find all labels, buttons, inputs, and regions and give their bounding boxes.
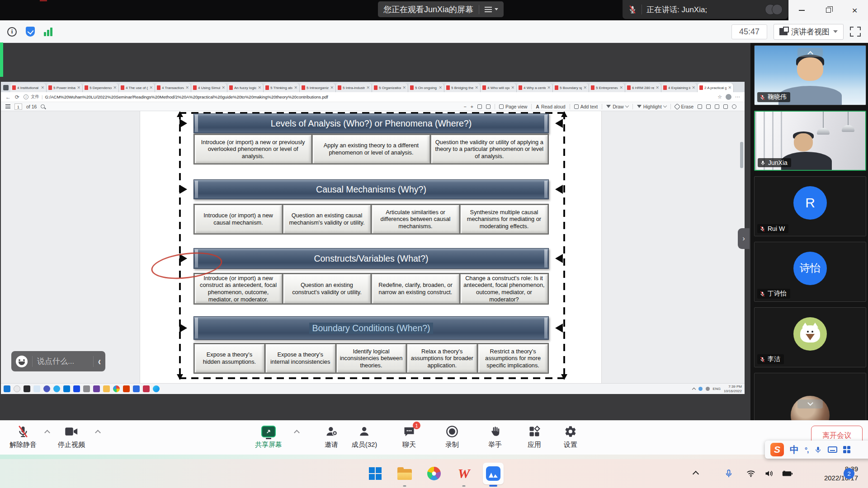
tray-chevron-up-icon[interactable] <box>693 471 699 477</box>
participant-tile-avatar[interactable]: 李洁 <box>754 307 866 367</box>
page-info-icon[interactable]: i <box>24 94 28 99</box>
rotate-icon[interactable] <box>477 104 482 109</box>
draw-button[interactable]: Draw <box>606 104 628 109</box>
browser-tab[interactable]: 5 On ongoing m ✕ <box>408 83 444 92</box>
volume-icon[interactable] <box>764 469 774 478</box>
browser-tab[interactable]: An fuzzy logic a ✕ <box>227 83 264 92</box>
ime-language-icon[interactable]: 中 <box>790 444 799 456</box>
tab-close-icon[interactable]: ✕ <box>330 85 334 90</box>
settings-button[interactable]: 设置 <box>564 425 577 449</box>
refresh-button[interactable]: ⟳ <box>15 94 19 100</box>
minimize-button[interactable] <box>788 0 815 20</box>
add-text-button[interactable]: Add text <box>574 104 598 109</box>
zoom-out-button[interactable]: − <box>464 104 467 109</box>
tab-close-icon[interactable]: ✕ <box>511 85 514 90</box>
browser-tab[interactable]: 4 Using Simulati ✕ <box>191 83 227 92</box>
tab-close-icon[interactable]: ✕ <box>41 85 44 90</box>
encryption-shield-icon[interactable] <box>26 27 35 37</box>
browser-tab[interactable]: 4 Institutional pr ✕ <box>10 83 47 92</box>
save-icon[interactable] <box>706 104 711 109</box>
tab-close-icon[interactable]: ✕ <box>185 85 189 90</box>
battery-plugged-icon[interactable] <box>781 469 793 478</box>
scroll-down-button[interactable] <box>797 399 823 408</box>
chevron-left-icon[interactable]: ‹ <box>98 355 101 368</box>
tab-close-icon[interactable]: ✕ <box>547 85 551 90</box>
chat-input-placeholder[interactable]: 说点什么... <box>37 356 89 366</box>
wifi-icon[interactable] <box>746 469 756 478</box>
restore-button[interactable] <box>815 0 842 20</box>
browser-tab[interactable]: 4 Who will open ✕ <box>481 83 517 92</box>
browser-tab[interactable]: 5 Intra-industry ✕ <box>336 83 372 92</box>
ime-punctuation-icon[interactable]: °, <box>805 446 808 454</box>
connection-quality-icon[interactable] <box>44 27 52 36</box>
browser-tab[interactable]: 4 Why a center ✕ <box>517 83 553 92</box>
back-button[interactable]: ← <box>5 94 11 100</box>
meeting-info-icon[interactable]: i <box>7 27 17 37</box>
browser-tab[interactable]: 4 Explaining int ✕ <box>661 83 698 92</box>
share-screen-button[interactable]: 共享屏幕 <box>255 425 282 449</box>
invite-button[interactable]: 邀请 <box>325 425 338 449</box>
browser-tab[interactable]: 4 The use of (im ✕ <box>119 83 155 92</box>
apps-button[interactable]: 应用 <box>528 425 541 449</box>
browser-tab[interactable]: 2 A practical gui ✕ <box>698 83 734 92</box>
browser-tab[interactable]: 4 Transactional f ✕ <box>155 83 191 92</box>
browser-tab[interactable]: 5 Entrepreneur ✕ <box>589 83 625 92</box>
browser-app-button[interactable] <box>425 465 443 482</box>
browser-tab[interactable]: 5 Bridging the in ✕ <box>444 83 481 92</box>
pdf-sidebar-toggle-icon[interactable] <box>5 104 10 108</box>
emoji-icon[interactable] <box>16 356 28 367</box>
read-aloud-button[interactable]: ARead aloud <box>536 104 565 109</box>
sogou-logo-icon[interactable]: S <box>770 443 784 456</box>
save-as-icon[interactable] <box>715 104 719 109</box>
ime-keyboard-icon[interactable] <box>828 446 837 453</box>
tab-close-icon[interactable]: ✕ <box>619 85 623 90</box>
pdf-search-icon[interactable] <box>41 104 45 108</box>
browser-tab[interactable]: 5 Dependence a ✕ <box>83 83 119 92</box>
tab-close-icon[interactable]: ✕ <box>402 85 406 90</box>
participant-tile-video-speaking[interactable]: JunXia <box>754 111 866 171</box>
watching-banner[interactable]: 您正在观看JunXia的屏幕 <box>378 1 504 17</box>
file-explorer-button[interactable] <box>396 465 413 482</box>
tab-close-icon[interactable]: ✕ <box>728 85 731 90</box>
tab-close-icon[interactable]: ✕ <box>149 85 153 90</box>
tab-close-icon[interactable]: ✕ <box>222 85 225 90</box>
mic-options-chevron[interactable] <box>44 430 50 436</box>
participant-tile-more[interactable] <box>754 373 866 420</box>
members-button[interactable]: 成员(32) <box>352 425 377 449</box>
chat-button[interactable]: 1 聊天 <box>402 425 416 449</box>
fit-page-icon[interactable] <box>486 104 491 109</box>
erase-button[interactable]: Erase <box>675 104 693 109</box>
tab-close-icon[interactable]: ✕ <box>294 85 297 90</box>
browser-tab[interactable]: 5 Power imbalan ✕ <box>47 83 83 92</box>
tab-close-icon[interactable]: ✕ <box>113 85 117 90</box>
browser-tab[interactable]: 5 Boundary spa ✕ <box>553 83 589 92</box>
close-button[interactable]: × <box>841 0 868 20</box>
tab-close-icon[interactable]: ✕ <box>366 85 370 90</box>
start-button[interactable] <box>367 465 384 482</box>
expand-icon[interactable] <box>723 104 728 109</box>
address-bar[interactable]: i 文件 | G:/ACM%20Wuhan%20LU/2022%20Semina… <box>24 94 713 100</box>
tab-close-icon[interactable]: ✕ <box>77 85 80 90</box>
highlight-button[interactable]: Highlight <box>637 104 666 109</box>
participant-tile-video[interactable]: 鞠晓伟 <box>754 45 866 105</box>
tab-close-icon[interactable]: ✕ <box>475 85 478 90</box>
browser-tab[interactable]: 5 Intraorganizat ✕ <box>300 83 336 92</box>
ime-toolbox-icon[interactable] <box>843 446 850 453</box>
chat-quick-input[interactable]: 说点什么... ‹ <box>11 351 105 371</box>
record-button[interactable]: 录制 <box>445 425 459 449</box>
tab-close-icon[interactable]: ✕ <box>583 85 587 90</box>
meeting-app-button[interactable] <box>485 465 502 482</box>
participant-tile-avatar[interactable]: R Rui W <box>754 176 866 236</box>
pdf-page-input[interactable]: 1 <box>14 103 22 110</box>
browser-profile-avatar[interactable] <box>726 94 731 100</box>
tab-close-icon[interactable]: ✕ <box>439 85 442 90</box>
page-view-button[interactable]: Page view <box>499 104 527 109</box>
collapse-strip-button[interactable] <box>797 48 823 57</box>
fullscreen-button[interactable] <box>850 27 861 37</box>
browser-tab[interactable]: 6 HRM 280 rec ✕ <box>625 83 661 92</box>
view-mode-button[interactable]: 演讲者视图 <box>774 24 844 40</box>
unmute-button[interactable]: 解除静音 <box>9 425 37 449</box>
tab-close-icon[interactable]: ✕ <box>692 85 695 90</box>
browser-tab[interactable]: 5 Organizationa ✕ <box>372 83 408 92</box>
share-options-chevron[interactable] <box>294 430 300 436</box>
